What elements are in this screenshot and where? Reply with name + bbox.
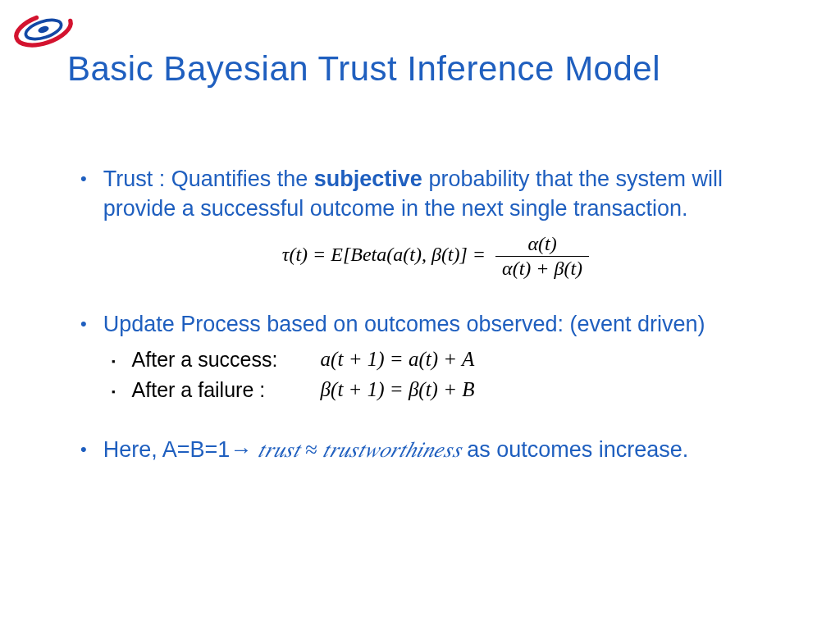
- text-part: as outcomes increase.: [467, 437, 688, 462]
- fraction: α(t)α(t) + β(t): [495, 232, 589, 281]
- text-part: Here, A=B=1: [103, 437, 231, 462]
- swirl-logo-icon: [11, 5, 75, 54]
- slide-body: • Trust : Quantifies the subjective prob…: [80, 164, 791, 474]
- square-bullet-icon: ▪: [112, 355, 116, 368]
- bullet-dot-icon: •: [80, 438, 87, 462]
- sub-bullet-failure: ▪ After a failure : β(t + 1) = β(t) + B: [112, 378, 791, 402]
- square-bullet-icon: ▪: [112, 386, 116, 398]
- math-inline: 𝑡𝑟𝑢𝑠𝑡 ≈ 𝑡𝑟𝑢𝑠𝑡𝑤𝑜𝑟𝑡ℎ𝑖𝑛𝑒𝑠𝑠: [252, 437, 467, 462]
- trust-formula: τ(t) = E[Beta(a(t), β(t)] = α(t)α(t) + β…: [80, 232, 791, 281]
- slide-title: Basic Bayesian Trust Inference Model: [67, 49, 660, 89]
- bullet-conclusion: • Here, A=B=1→ 𝑡𝑟𝑢𝑠𝑡 ≈ 𝑡𝑟𝑢𝑠𝑡𝑤𝑜𝑟𝑡ℎ𝑖𝑛𝑒𝑠𝑠 a…: [80, 435, 791, 466]
- sub-bullet-success: ▪ After a success: a(t + 1) = a(t) + A: [112, 348, 791, 372]
- sub-bullet-text: After a failure : β(t + 1) = β(t) + B: [132, 378, 475, 402]
- sub-label: After a failure :: [132, 378, 321, 402]
- sub-bullet-list: ▪ After a success: a(t + 1) = a(t) + A ▪…: [112, 348, 791, 402]
- bullet-text: Here, A=B=1→ 𝑡𝑟𝑢𝑠𝑡 ≈ 𝑡𝑟𝑢𝑠𝑡𝑤𝑜𝑟𝑡ℎ𝑖𝑛𝑒𝑠𝑠 as …: [103, 435, 689, 466]
- sub-label: After a success:: [132, 348, 321, 372]
- bullet-trust-definition: • Trust : Quantifies the subjective prob…: [80, 164, 791, 224]
- arrow-icon: →: [230, 437, 252, 462]
- fraction-denominator: α(t) + β(t): [495, 256, 589, 281]
- formula-lhs: τ(t) = E[Beta(a(t), β(t)] =: [282, 244, 491, 265]
- bullet-dot-icon: •: [80, 167, 87, 191]
- fraction-numerator: α(t): [495, 232, 589, 256]
- bullet-dot-icon: •: [80, 313, 87, 336]
- sub-math: β(t + 1) = β(t) + B: [321, 378, 475, 402]
- bullet-text: Update Process based on outcomes observe…: [103, 309, 705, 339]
- text-part: Trust : Quantifies the: [103, 167, 314, 191]
- svg-point-2: [37, 25, 49, 34]
- sub-math: a(t + 1) = a(t) + A: [321, 348, 475, 372]
- bullet-update-process: • Update Process based on outcomes obser…: [80, 309, 791, 339]
- bullet-text: Trust : Quantifies the subjective probab…: [103, 164, 791, 224]
- sub-bullet-text: After a success: a(t + 1) = a(t) + A: [132, 348, 475, 372]
- text-bold: subjective: [314, 167, 422, 191]
